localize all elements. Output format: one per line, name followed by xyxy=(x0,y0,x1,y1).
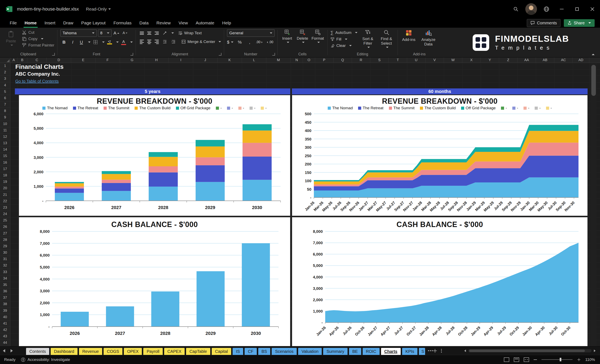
row-header-6[interactable]: 6 xyxy=(0,95,10,101)
column-header-AA[interactable]: AA xyxy=(517,57,536,63)
maximize-button[interactable] xyxy=(569,0,585,18)
fill-button[interactable]: Fill xyxy=(330,37,357,42)
sheet-tab-cogs[interactable]: COGS xyxy=(103,348,122,355)
column-header-V[interactable]: V xyxy=(425,57,444,63)
format-cells-button[interactable]: Format xyxy=(311,29,324,43)
column-header-X[interactable]: X xyxy=(462,57,481,63)
row-header-26[interactable]: 26 xyxy=(0,224,10,230)
row-header-36[interactable]: 36 xyxy=(0,288,10,295)
align-middle-button[interactable] xyxy=(146,31,152,36)
sheet-tab-bs[interactable]: BS xyxy=(258,348,271,355)
row-header-19[interactable]: 19 xyxy=(0,179,10,185)
scroll-left-button[interactable] xyxy=(464,350,466,352)
zoom-slider[interactable] xyxy=(542,359,572,360)
select-all-button[interactable] xyxy=(0,57,10,63)
chart-cash5[interactable]: CASH BALANCE - $'000 -1,0002,0003,0004,0… xyxy=(19,217,290,346)
column-header-O[interactable]: O xyxy=(303,57,315,63)
sheet-tab-be[interactable]: BE xyxy=(349,348,361,355)
menu-item-view[interactable]: View xyxy=(175,18,192,28)
row-header-4[interactable]: 4 xyxy=(0,82,10,89)
column-header-R[interactable]: R xyxy=(352,57,370,63)
copy-button[interactable]: Copy xyxy=(22,36,54,41)
row-header-16[interactable]: 16 xyxy=(0,159,10,166)
share-button[interactable]: Share xyxy=(564,19,595,27)
row-header-20[interactable]: 20 xyxy=(0,185,10,191)
row-header-44[interactable]: 44 xyxy=(0,340,10,346)
horizontal-scrollbar-thumb[interactable] xyxy=(469,350,585,352)
decrease-font-button[interactable]: A xyxy=(122,29,129,37)
read-only-dropdown[interactable]: Read-Only xyxy=(86,7,111,12)
column-header-A[interactable]: A xyxy=(10,57,17,63)
find-select-button[interactable]: Find & Select xyxy=(378,29,395,48)
clear-button[interactable]: Clear xyxy=(330,43,357,48)
globe-button[interactable] xyxy=(539,0,554,18)
row-header-5[interactable]: 5 xyxy=(0,89,10,95)
column-header-D[interactable]: D xyxy=(47,57,71,63)
row-header-38[interactable]: 38 xyxy=(0,301,10,307)
search-button[interactable] xyxy=(508,0,524,18)
normal-view-icon[interactable] xyxy=(504,357,509,362)
menu-item-automate[interactable]: Automate xyxy=(192,18,218,28)
bold-button[interactable]: B xyxy=(60,38,68,46)
align-center-button[interactable] xyxy=(146,39,152,45)
menu-item-file[interactable]: File xyxy=(6,18,21,28)
align-top-button[interactable] xyxy=(139,31,145,36)
row-header-39[interactable]: 39 xyxy=(0,308,10,314)
row-header-35[interactable]: 35 xyxy=(0,282,10,288)
accounting-format-button[interactable]: $ xyxy=(227,38,234,46)
row-header-8[interactable]: 8 xyxy=(0,108,10,114)
font-dialog-launcher-icon[interactable] xyxy=(131,53,133,55)
chart-rev5[interactable]: REVENUE BREAKDOWN - $'000 The NomadThe R… xyxy=(19,95,290,216)
vertical-scrollbar-thumb[interactable] xyxy=(591,65,596,96)
column-header-Q[interactable]: Q xyxy=(334,57,352,63)
page-layout-view-icon[interactable] xyxy=(514,357,519,362)
account-button[interactable] xyxy=(524,0,539,18)
paste-button[interactable]: Paste xyxy=(2,29,20,47)
number-format-select[interactable]: General xyxy=(227,29,275,37)
sheet-tab-captable[interactable]: CapTable xyxy=(186,348,210,355)
increase-decimal-button[interactable]: .00 xyxy=(256,38,263,46)
column-header-N[interactable]: N xyxy=(291,57,303,63)
menu-item-draw[interactable]: Draw xyxy=(59,18,77,28)
menu-item-home[interactable]: Home xyxy=(21,18,40,28)
row-header-21[interactable]: 21 xyxy=(0,191,10,198)
column-header-E[interactable]: E xyxy=(71,57,95,63)
zoom-slider-thumb[interactable] xyxy=(560,358,561,361)
row-header-25[interactable]: 25 xyxy=(0,217,10,224)
row-header-31[interactable]: 31 xyxy=(0,256,10,262)
menu-item-review[interactable]: Review xyxy=(153,18,175,28)
addins-button[interactable]: Add-ins xyxy=(401,29,417,42)
sheet-tab-opex[interactable]: OPEX xyxy=(124,348,142,355)
chart-rev60[interactable]: REVENUE BREAKDOWN - $'000 The NomadThe R… xyxy=(292,95,588,216)
row-header-40[interactable]: 40 xyxy=(0,314,10,320)
row-header-3[interactable]: 3 xyxy=(0,76,10,82)
row-header-43[interactable]: 43 xyxy=(0,333,10,340)
row-header-2[interactable]: 2 xyxy=(0,69,10,76)
row-header-9[interactable]: 9 xyxy=(0,114,10,121)
align-bottom-button[interactable] xyxy=(154,31,160,36)
row-header-18[interactable]: 18 xyxy=(0,172,10,179)
number-dialog-launcher-icon[interactable] xyxy=(272,53,275,55)
fill-color-button[interactable] xyxy=(106,38,113,46)
sheet-tab-payroll[interactable]: Payroll xyxy=(143,348,162,355)
column-header-AC[interactable]: AC xyxy=(554,57,573,63)
italic-button[interactable]: I xyxy=(69,38,76,46)
delete-cells-button[interactable]: Delete xyxy=(296,29,309,43)
row-header-29[interactable]: 29 xyxy=(0,243,10,250)
row-header-24[interactable]: 24 xyxy=(0,211,10,217)
menu-item-help[interactable]: Help xyxy=(218,18,235,28)
zoom-in-button[interactable] xyxy=(577,358,580,361)
increase-font-button[interactable]: A xyxy=(113,29,120,37)
comma-style-button[interactable]: , xyxy=(246,38,253,46)
row-header-17[interactable]: 17 xyxy=(0,166,10,172)
column-header-H[interactable]: H xyxy=(144,57,169,63)
comments-button[interactable]: Comments xyxy=(527,19,561,27)
row-header-41[interactable]: 41 xyxy=(0,320,10,327)
percent-style-button[interactable]: % xyxy=(236,38,243,46)
analyze-data-button[interactable]: Analyze Data xyxy=(419,29,438,46)
column-header-AD[interactable]: AD xyxy=(573,57,589,63)
next-sheet-button[interactable] xyxy=(10,349,13,352)
sheet-tab-valuation[interactable]: Valuation xyxy=(298,348,322,355)
close-button[interactable] xyxy=(585,0,600,18)
row-header-34[interactable]: 34 xyxy=(0,275,10,282)
